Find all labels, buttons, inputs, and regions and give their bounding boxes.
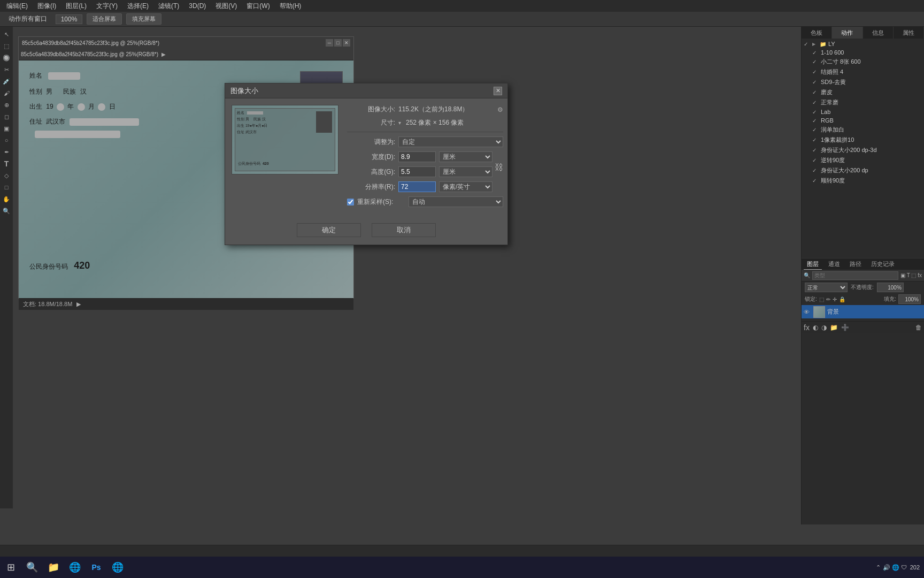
action-item-7[interactable]: ✓ RGB xyxy=(802,116,924,125)
menu-help[interactable]: 帮助(H) xyxy=(275,1,306,12)
new-adjustment-icon[interactable]: ◑ xyxy=(821,324,827,331)
layer-eye-icon[interactable]: 👁 xyxy=(804,309,811,315)
action-label: 润单加白 xyxy=(821,126,844,134)
tab-color-swatch[interactable]: 色板 xyxy=(802,27,832,39)
action-item-ly[interactable]: ✓ ▶ 📁 LY xyxy=(802,40,924,48)
blend-mode-select[interactable]: 正常 xyxy=(805,283,848,292)
crop-tool[interactable]: ✂ xyxy=(1,64,12,75)
preview-photo xyxy=(316,111,332,133)
birth-label: 出生 xyxy=(29,103,42,110)
menu-3d[interactable]: 3D(D) xyxy=(184,1,210,11)
zoom-tool[interactable]: 🔍 xyxy=(1,206,12,216)
resample-checkbox[interactable] xyxy=(347,199,354,206)
opacity-input[interactable] xyxy=(877,283,904,292)
toolbar-all-windows[interactable]: 动作所有窗口 xyxy=(4,13,51,25)
action-item-3[interactable]: ✓ SD9-去黄 xyxy=(802,77,924,87)
dodge-tool[interactable]: ○ xyxy=(1,135,12,146)
action-item-5[interactable]: ✓ 正常磨 xyxy=(802,97,924,108)
action-item-11[interactable]: ✓ 逆转90度 xyxy=(802,155,924,165)
gradient-tool[interactable]: ▣ xyxy=(1,123,12,134)
new-group-icon[interactable]: 📁 xyxy=(830,324,838,331)
tab-info[interactable]: 信息 xyxy=(863,27,894,39)
resolution-input[interactable] xyxy=(398,181,436,192)
clone-tool[interactable]: ⊕ xyxy=(1,100,12,110)
menu-layer[interactable]: 图层(L) xyxy=(61,1,91,12)
eraser-tool[interactable]: ◻ xyxy=(1,111,12,122)
cancel-button[interactable]: 取消 xyxy=(372,223,436,237)
action-item-10[interactable]: ✓ 身份证大小200 dp-3d xyxy=(802,145,924,155)
resample-select[interactable]: 自动 xyxy=(409,196,503,207)
menu-text[interactable]: 文字(Y) xyxy=(92,1,122,12)
action-item-13[interactable]: ✓ 顺转90度 xyxy=(802,176,924,186)
layer-row-background[interactable]: 👁 背景 xyxy=(802,305,924,319)
action-item-9[interactable]: ✓ 1像素裁拼10 xyxy=(802,135,924,145)
confirm-button[interactable]: 确定 xyxy=(297,223,361,237)
taskbar-photoshop[interactable]: Ps xyxy=(86,557,107,578)
taskbar-files[interactable]: 📁 xyxy=(43,557,64,578)
menu-filter[interactable]: 滤镜(T) xyxy=(154,1,183,12)
action-item-2[interactable]: ✓ 结婚照 4 xyxy=(802,67,924,77)
menu-window[interactable]: 窗口(W) xyxy=(242,1,274,12)
action-item-8[interactable]: ✓ 润单加白 xyxy=(802,125,924,135)
layers-tab[interactable]: 图层 xyxy=(804,259,822,270)
tab-actions[interactable]: 动作 xyxy=(832,27,863,39)
select-tool[interactable]: ⬚ xyxy=(1,41,12,51)
height-input[interactable] xyxy=(398,166,436,177)
taskbar-start[interactable]: ⊞ xyxy=(0,557,21,578)
action-item-0[interactable]: ✓ 1-10 600 xyxy=(802,48,924,57)
height-unit-select[interactable]: 厘米 xyxy=(439,166,492,177)
tab-properties[interactable]: 属性 xyxy=(894,27,924,39)
brush-tool[interactable]: 🖌 xyxy=(1,88,12,98)
channels-tab[interactable]: 通道 xyxy=(825,259,843,269)
fit-screen-btn[interactable]: 适合屏幕 xyxy=(87,13,122,25)
add-fx-icon[interactable]: fx xyxy=(804,323,810,332)
fill-screen-btn[interactable]: 填充屏幕 xyxy=(126,13,161,25)
width-unit-select[interactable]: 厘米 xyxy=(439,151,492,162)
menu-image[interactable]: 图像(I) xyxy=(33,1,60,12)
action-item-4[interactable]: ✓ 磨皮 xyxy=(802,87,924,97)
delete-layer-icon[interactable]: 🗑 xyxy=(915,324,922,331)
doc-tab-arrow[interactable]: ▶ xyxy=(161,51,166,57)
path-tool[interactable]: ◇ xyxy=(1,170,12,181)
move-tool[interactable]: ↖ xyxy=(1,29,12,40)
eyedropper-tool[interactable]: 💉 xyxy=(1,76,12,87)
doc-expand-icon[interactable]: ▶ xyxy=(76,301,81,308)
expand-icon: ▶ xyxy=(812,42,818,47)
layers-search-input[interactable] xyxy=(812,271,898,280)
new-layer-icon[interactable]: ➕ xyxy=(841,324,849,331)
settings-gear-icon[interactable]: ⚙ xyxy=(497,106,503,113)
paths-tab[interactable]: 路径 xyxy=(846,259,865,269)
action-item-12[interactable]: ✓ 身份证大小200 dp xyxy=(802,165,924,176)
minimize-btn[interactable]: ─ xyxy=(326,39,333,47)
lock-draw-icon[interactable]: ✏ xyxy=(826,296,830,302)
menu-view[interactable]: 视图(V) xyxy=(211,1,241,12)
lasso-tool[interactable]: 🔘 xyxy=(1,52,12,63)
history-tab[interactable]: 历史记录 xyxy=(868,259,898,269)
lock-all-icon[interactable]: ⬚ xyxy=(819,296,824,302)
pen-tool[interactable]: ✒ xyxy=(1,147,12,157)
add-mask-icon[interactable]: ◐ xyxy=(813,324,818,331)
resolution-unit-select[interactable]: 像素/英寸 xyxy=(439,181,492,192)
restore-btn[interactable]: □ xyxy=(334,39,342,47)
menu-select[interactable]: 选择(E) xyxy=(123,1,153,12)
taskbar-search[interactable]: 🔍 xyxy=(21,557,43,578)
menu-edit[interactable]: 编辑(E) xyxy=(2,1,32,12)
hand-tool[interactable]: ✋ xyxy=(1,194,12,204)
type-tool[interactable]: T xyxy=(1,158,12,169)
clock: 202 xyxy=(910,564,920,571)
action-item-1[interactable]: ✓ 小二寸 8张 600 xyxy=(802,57,924,67)
fill-input[interactable] xyxy=(898,294,921,304)
taskbar-ie[interactable]: 🌐 xyxy=(107,557,128,578)
taskbar-edge[interactable]: 🌐 xyxy=(64,557,86,578)
width-input[interactable] xyxy=(398,151,436,162)
dialog-close-btn[interactable]: ✕ xyxy=(494,87,502,95)
birth-day2-redacted xyxy=(98,103,105,111)
close-btn[interactable]: ✕ xyxy=(343,39,350,47)
lock-move-icon[interactable]: ✛ xyxy=(833,296,837,302)
shape-tool[interactable]: □ xyxy=(1,182,12,193)
action-item-6[interactable]: ✓ Lab xyxy=(802,108,924,116)
lock-all-btn[interactable]: 🔒 xyxy=(839,296,845,302)
zoom-input[interactable] xyxy=(56,14,82,24)
image-size-dialog[interactable]: 图像大小 ✕ 姓名 性别 男 民族 汉 xyxy=(225,83,508,245)
adjust-select[interactable]: 自定 xyxy=(398,136,503,147)
